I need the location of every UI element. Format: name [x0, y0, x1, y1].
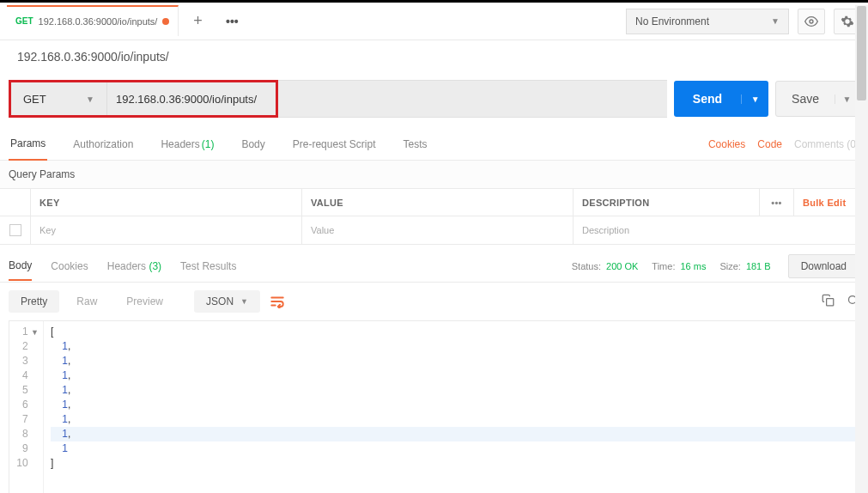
- resp-tab-headers-count: (3): [149, 260, 161, 272]
- input-value[interactable]: Value: [302, 216, 574, 244]
- size-label: Size:: [719, 261, 740, 271]
- wrap-lines-button[interactable]: [265, 295, 289, 308]
- resp-tab-headers-label: Headers: [107, 260, 146, 272]
- view-pretty[interactable]: Pretty: [9, 290, 59, 313]
- link-comments[interactable]: Comments (0): [794, 138, 859, 150]
- chevron-down-icon: ▼: [771, 16, 780, 26]
- row-checkbox[interactable]: [0, 216, 31, 244]
- save-label: Save: [776, 92, 835, 106]
- query-params-table: KEY VALUE DESCRIPTION ••• Bulk Edit Key …: [0, 188, 868, 245]
- highlighted-request-box: GET ▼ 192.168.0.36:9000/io/inputs/: [9, 80, 278, 118]
- send-dropdown-toggle[interactable]: ▼: [741, 94, 768, 104]
- tab-authorization[interactable]: Authorization: [71, 128, 135, 160]
- format-select[interactable]: JSON ▼: [194, 290, 260, 313]
- tab-title: 192.168.0.36:9000/io/inputs/: [39, 16, 158, 27]
- link-cookies[interactable]: Cookies: [708, 138, 745, 150]
- add-tab-button[interactable]: +: [182, 12, 213, 30]
- wrap-icon: [270, 295, 285, 308]
- tab-tests[interactable]: Tests: [401, 128, 428, 160]
- vertical-scrollbar[interactable]: [855, 5, 868, 493]
- gear-icon: [841, 15, 854, 28]
- query-params-heading: Query Params: [0, 161, 868, 188]
- time-label: Time:: [652, 261, 675, 271]
- copy-button[interactable]: [822, 294, 835, 309]
- eye-icon: [804, 15, 818, 28]
- table-input-row: Key Value Description: [0, 216, 868, 244]
- view-raw[interactable]: Raw: [64, 290, 109, 313]
- environment-select[interactable]: No Environment ▼: [626, 9, 789, 34]
- url-highlight: 192.168.0.36:9000/io/inputs/: [107, 82, 276, 115]
- environment-label: No Environment: [635, 15, 709, 27]
- col-checkbox: [0, 189, 31, 216]
- environment-quicklook-button[interactable]: [798, 9, 825, 34]
- resp-tab-body[interactable]: Body: [9, 259, 32, 281]
- tab-request[interactable]: GET 192.168.0.36:9000/io/inputs/: [7, 5, 179, 36]
- table-header-row: KEY VALUE DESCRIPTION ••• Bulk Edit: [0, 189, 868, 216]
- svg-point-0: [810, 20, 813, 23]
- col-more-button[interactable]: •••: [760, 189, 794, 216]
- input-key[interactable]: Key: [31, 216, 302, 244]
- tab-method: GET: [15, 16, 33, 26]
- copy-icon: [822, 294, 835, 307]
- code-content: [ 1, 1, 1, 1, 1, 1, 1, 1]: [44, 321, 859, 493]
- tab-headers-count: (1): [202, 138, 215, 150]
- col-key: KEY: [31, 189, 302, 216]
- input-description[interactable]: Description: [574, 216, 868, 244]
- url-input-extension[interactable]: [278, 80, 667, 118]
- link-code[interactable]: Code: [757, 138, 782, 150]
- col-value: VALUE: [302, 189, 574, 216]
- tab-params[interactable]: Params: [9, 129, 47, 161]
- chevron-down-icon: ▼: [86, 94, 94, 104]
- response-body-code[interactable]: 1 ▼2 3 4 5 6 7 8 9 10 [ 1, 1, 1, 1, 1, 1…: [9, 320, 859, 493]
- resp-tab-headers[interactable]: Headers (3): [107, 260, 161, 272]
- resp-tab-testresults[interactable]: Test Results: [180, 260, 236, 272]
- request-title: 192.168.0.36:9000/io/inputs/: [0, 40, 868, 73]
- view-preview[interactable]: Preview: [114, 290, 175, 313]
- tab-body[interactable]: Body: [240, 128, 266, 160]
- status-label: Status:: [572, 261, 601, 271]
- tab-headers[interactable]: Headers (1): [159, 128, 215, 160]
- size-value: 181 B: [746, 261, 771, 271]
- line-number-gutter: 1 ▼2 3 4 5 6 7 8 9 10: [9, 321, 44, 493]
- tab-prerequest[interactable]: Pre-request Script: [291, 128, 378, 160]
- download-button[interactable]: Download: [788, 254, 859, 278]
- send-button[interactable]: Send ▼: [674, 81, 768, 117]
- send-label: Send: [674, 92, 741, 106]
- format-label: JSON: [206, 295, 234, 307]
- unsaved-dot-icon: [162, 18, 169, 25]
- tab-headers-label: Headers: [161, 138, 199, 150]
- status-value: 200 OK: [606, 261, 638, 271]
- svg-rect-1: [827, 299, 834, 306]
- resp-tab-cookies[interactable]: Cookies: [51, 260, 88, 272]
- chevron-down-icon: ▼: [240, 297, 248, 306]
- col-description: DESCRIPTION: [574, 189, 760, 216]
- method-label: GET: [23, 93, 46, 106]
- method-select[interactable]: GET ▼: [11, 82, 107, 115]
- save-button[interactable]: Save ▼: [775, 81, 859, 117]
- time-value: 16 ms: [680, 261, 706, 271]
- tab-options-button[interactable]: •••: [216, 15, 247, 28]
